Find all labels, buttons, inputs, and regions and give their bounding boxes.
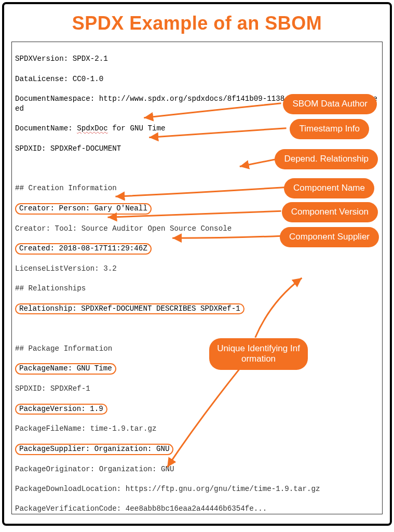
code-line: PackageVersion: 1.9: [15, 404, 379, 415]
code-line: LicenseListVersion: 3.2: [15, 264, 379, 274]
code-line: Relationship: SPDXRef-DOCUMENT DESCRIBES…: [15, 304, 379, 314]
highlight-packagesupplier: PackageSupplier: Organization: GNU: [15, 444, 173, 455]
callout-dependency: Depend. Relationship: [275, 149, 378, 169]
code-line: DataLicense: CC0-1.0: [15, 74, 379, 84]
code-line: PackageSupplier: Organization: GNU: [15, 444, 379, 455]
highlight-packagename: PackageName: GNU Time: [15, 363, 116, 375]
callout-component-version: Component Version: [282, 202, 378, 222]
spdx-code-block: SPDXVersion: SPDX-2.1 DataLicense: CC0-1…: [11, 42, 383, 514]
callout-timestamp: Timestamp Info: [290, 119, 369, 139]
code-line: PackageDownloadLocation: https://ftp.gnu…: [15, 484, 379, 494]
callout-component-name: Component Name: [284, 178, 374, 198]
highlight-relationship: Relationship: SPDXRef-DOCUMENT DESCRIBES…: [15, 303, 244, 315]
callout-component-supplier: Component Supplier: [280, 227, 379, 247]
code-line: ## Relationships: [15, 284, 379, 294]
code-line: PackageName: GNU Time: [15, 364, 379, 374]
code-line: PackageFileName: time-1.9.tar.gz: [15, 424, 379, 434]
code-line: PackageOriginator: Organization: GNU: [15, 464, 379, 474]
highlight-creator: Creator: Person: Gary O'Neall: [15, 203, 152, 215]
highlight-packageversion: PackageVersion: 1.9: [15, 404, 107, 415]
highlight-created: Created: 2018-08-17T11:29:46Z: [15, 243, 152, 255]
document-frame: SPDX Example of an SBOM SPDXVersion: SPD…: [2, 2, 392, 526]
code-line: PackageVerificationCode: 4ee8abb8bc16eaa…: [15, 504, 379, 514]
document-title: SPDX Example of an SBOM: [11, 12, 383, 34]
code-line: SPDXVersion: SPDX-2.1: [15, 54, 379, 64]
callout-unique-id: Unique Identifying Information: [209, 338, 308, 370]
code-line: [15, 324, 379, 334]
code-line: ## Package Information: [15, 344, 379, 354]
code-line: SPDXID: SPDXRef-1: [15, 384, 379, 394]
callout-sbom-author: SBOM Data Author: [283, 94, 377, 114]
